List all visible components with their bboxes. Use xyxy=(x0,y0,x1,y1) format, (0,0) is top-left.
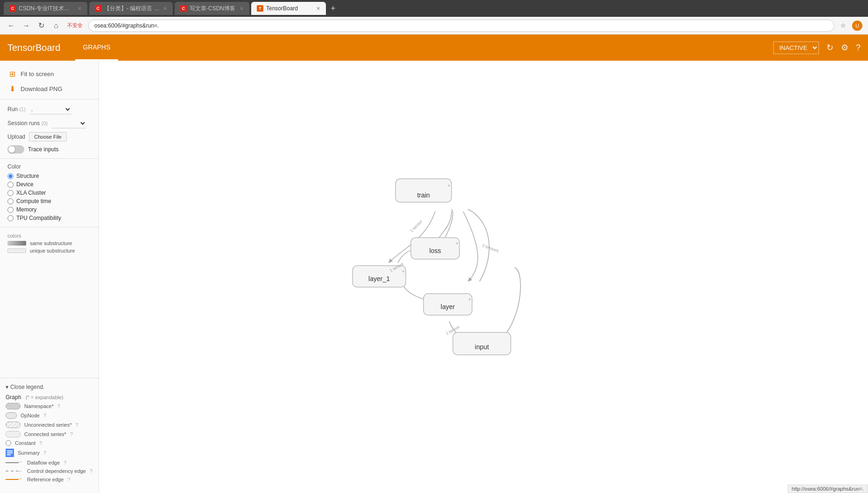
legend-dataflow-icon xyxy=(6,462,19,463)
tab2-label: 【分类】- 编程语言 - qq_... xyxy=(104,5,160,13)
legend-namespace-icon xyxy=(6,403,21,409)
node-layer[interactable]: layer + xyxy=(423,294,472,315)
color-xla-radio[interactable] xyxy=(7,190,14,196)
tab1-favicon: C xyxy=(9,5,16,12)
legend-unconnected-icon xyxy=(6,422,21,428)
color-label: Color xyxy=(7,163,91,170)
tab-csdn2[interactable]: C 【分类】- 编程语言 - qq_... ✕ xyxy=(89,2,173,15)
toggle-thumb xyxy=(8,146,15,153)
tab2-close[interactable]: ✕ xyxy=(163,6,167,12)
fit-icon: ⊞ xyxy=(7,69,17,78)
divider3 xyxy=(0,227,99,227)
color-section: Color Structure Device XLA Cluster Compu… xyxy=(0,162,99,224)
unique-substructure-row: unique substructure xyxy=(7,248,91,254)
refresh-icon[interactable]: ↻ xyxy=(826,42,833,53)
upload-row: Upload Choose File xyxy=(0,130,99,143)
browser-chrome: C CSDN-专业IT技术社区 ✕ C 【分类】- 编程语言 - qq_... … xyxy=(0,0,868,17)
node-input[interactable]: input xyxy=(453,332,511,355)
graph-background xyxy=(99,67,868,487)
legend-namespace-item: Namespace* ? xyxy=(0,401,99,411)
settings-icon[interactable]: ⚙ xyxy=(841,42,848,53)
color-device-option[interactable]: Device xyxy=(7,180,91,189)
run-select[interactable]: . xyxy=(29,104,71,114)
tab4-label: TensorBoard xyxy=(266,5,298,12)
tensorboard-header: TensorBoard GRAPHS INACTIVE ↻ ⚙ ? xyxy=(0,35,868,61)
graph-svg: train + loss + layer_1 + xyxy=(99,61,868,493)
color-memory-label: Memory xyxy=(16,206,36,213)
trace-inputs-label: Trace inputs xyxy=(28,146,59,153)
fit-to-screen-button[interactable]: ⊞ Fit to screen xyxy=(0,66,99,81)
tab3-close[interactable]: ✕ xyxy=(240,6,244,12)
inactive-select[interactable]: INACTIVE xyxy=(773,42,819,54)
reload-button[interactable]: ↻ xyxy=(35,20,47,31)
loss-label: loss xyxy=(430,247,441,254)
color-device-radio[interactable] xyxy=(7,182,14,188)
svg-rect-1 xyxy=(7,452,13,453)
legend-dataflow-item: Dataflow edge ? xyxy=(0,458,99,467)
download-png-button[interactable]: ⬇ Download PNG xyxy=(0,81,99,96)
upload-label: Upload xyxy=(7,134,25,140)
session-runs-select[interactable] xyxy=(51,118,86,128)
legend-unconnected-item: Unconnected series* ? xyxy=(0,420,99,430)
legend: ▾ Close legend. Graph (* = expandable) N… xyxy=(0,378,99,487)
download-icon: ⬇ xyxy=(7,84,17,93)
layer-expand: + xyxy=(468,297,471,302)
tab3-favicon: C xyxy=(180,5,187,12)
legend-control-icon xyxy=(6,471,19,472)
svg-rect-0 xyxy=(7,451,13,451)
node-loss[interactable]: loss + xyxy=(411,238,459,259)
new-tab-button[interactable]: + xyxy=(328,4,339,14)
color-xla-label: XLA Cluster xyxy=(16,190,46,196)
nav-graphs[interactable]: GRAPHS xyxy=(75,35,118,61)
color-compute-option[interactable]: Compute time xyxy=(7,197,91,205)
forward-button[interactable]: → xyxy=(21,20,32,31)
color-structure-option[interactable]: Structure xyxy=(7,172,91,180)
legend-graph-title: Graph (* = expandable) xyxy=(0,392,99,401)
choose-file-button[interactable]: Choose File xyxy=(29,132,67,141)
legend-opnode-icon xyxy=(6,412,17,419)
color-tpu-radio[interactable] xyxy=(7,215,14,221)
tab1-close[interactable]: ✕ xyxy=(78,6,82,12)
profile-icon[interactable]: U xyxy=(852,21,862,31)
layer-label: layer xyxy=(441,303,455,310)
legend-summary-icon xyxy=(6,449,14,457)
color-compute-radio[interactable] xyxy=(7,198,14,204)
color-structure-radio[interactable] xyxy=(7,173,14,179)
tab2-favicon: C xyxy=(95,5,101,12)
color-xla-option[interactable]: XLA Cluster xyxy=(7,189,91,197)
legend-summary-item: Summary ? xyxy=(0,447,99,458)
layer1-expand: + xyxy=(402,269,405,274)
legend-reference-icon xyxy=(6,479,19,480)
tab4-close[interactable]: ✕ xyxy=(316,6,320,12)
tensorboard-main: ⊞ Fit to screen ⬇ Download PNG Run (1) . xyxy=(0,61,868,493)
legend-toggle[interactable]: ▾ Close legend. xyxy=(0,382,99,392)
home-button[interactable]: ⌂ xyxy=(50,20,62,31)
tab4-favicon: T xyxy=(257,5,263,12)
chevron-down-icon: ▾ xyxy=(6,384,8,390)
loss-expand: + xyxy=(456,241,459,246)
tab-csdn3[interactable]: C 写文章-CSDN博客 ✕ xyxy=(175,2,249,15)
trace-inputs-toggle[interactable] xyxy=(7,145,24,154)
color-tpu-label: TPU Compatibility xyxy=(16,215,61,221)
color-device-label: Device xyxy=(16,181,34,188)
divider1 xyxy=(0,99,99,99)
tensorboard-container: TensorBoard GRAPHS INACTIVE ↻ ⚙ ? ⊞ Fit … xyxy=(0,35,868,493)
layer1-label: layer_1 xyxy=(368,275,390,282)
back-button[interactable]: ← xyxy=(6,20,17,31)
tab-csdn1[interactable]: C CSDN-专业IT技术社区 ✕ xyxy=(4,2,87,15)
color-memory-option[interactable]: Memory xyxy=(7,205,91,214)
tab-tensorboard[interactable]: T TensorBoard ✕ xyxy=(251,2,326,15)
same-substructure-label: same substructure xyxy=(30,240,72,246)
same-substructure-swatch xyxy=(7,241,26,246)
train-label: train xyxy=(417,191,430,199)
help-icon[interactable]: ? xyxy=(856,43,861,53)
node-train[interactable]: train + xyxy=(395,179,452,202)
color-memory-radio[interactable] xyxy=(7,207,14,213)
bookmark-icon[interactable]: ☆ xyxy=(838,21,848,31)
graph-canvas[interactable]: train + loss + layer_1 + xyxy=(99,61,868,493)
address-input[interactable] xyxy=(88,20,834,32)
header-right: INACTIVE ↻ ⚙ ? xyxy=(773,42,861,54)
legend-opnode-item: OpNode ? xyxy=(0,411,99,420)
color-tpu-option[interactable]: TPU Compatibility xyxy=(7,214,91,222)
address-bar: ← → ↻ ⌂ 不安全 ☆ U xyxy=(0,17,868,35)
